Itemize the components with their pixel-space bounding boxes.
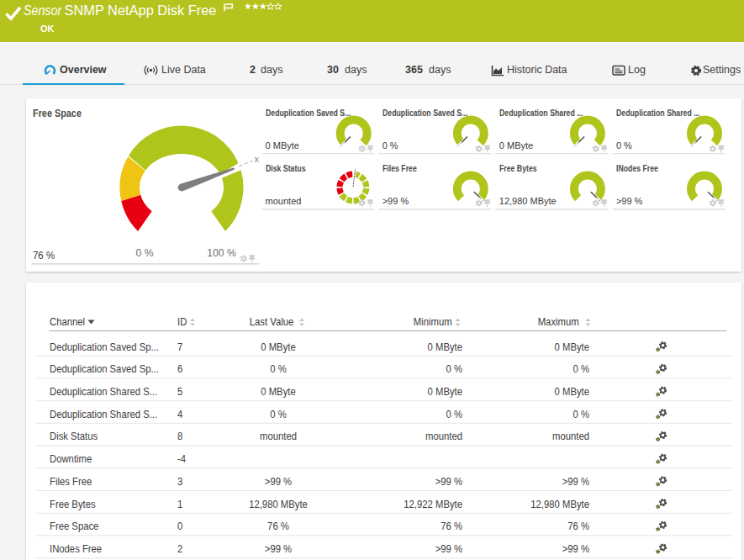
svg-text:x: x: [254, 153, 259, 163]
